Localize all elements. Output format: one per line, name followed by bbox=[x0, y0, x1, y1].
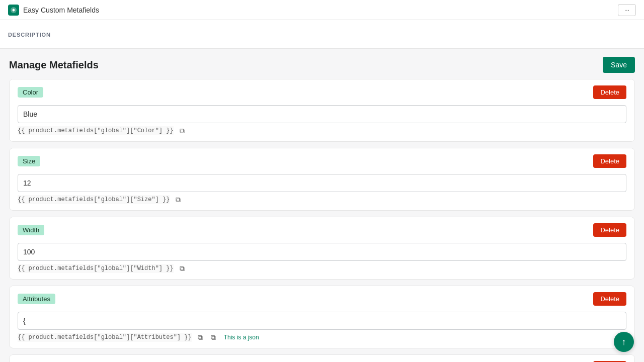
copy-icon-json[interactable]: ⧉ bbox=[209, 333, 218, 342]
field-tag: Size bbox=[18, 156, 40, 166]
field-value-input[interactable] bbox=[18, 243, 626, 261]
metafield-header: Size Delete bbox=[10, 148, 634, 174]
metafield-card: Width Delete {{ product.metafields["glob… bbox=[9, 217, 635, 280]
liquid-code: {{ product.metafields["global"]["Width"]… bbox=[18, 264, 174, 273]
metafield-header: Width Delete bbox=[10, 217, 634, 243]
liquid-row: {{ product.metafields["global"]["Size"] … bbox=[18, 195, 626, 204]
liquid-row: {{ product.metafields["global"]["Width"]… bbox=[18, 264, 626, 273]
json-note: This is a json bbox=[224, 334, 259, 341]
metafield-body: {{ product.metafields["global"]["Size"] … bbox=[10, 174, 634, 210]
description-label: DESCRIPTION bbox=[8, 32, 51, 38]
metafield-body: {{ product.metafields["global"]["Color"]… bbox=[10, 105, 634, 141]
app-icon bbox=[8, 5, 19, 16]
metafield-body: {{ product.metafields["global"]["Width"]… bbox=[10, 243, 634, 279]
copy-icon[interactable]: ⧉ bbox=[196, 333, 205, 342]
page-title: Manage Metafields bbox=[9, 59, 99, 71]
liquid-code: {{ product.metafields["global"]["Size"] … bbox=[18, 195, 170, 204]
liquid-code: {{ product.metafields["global"]["Attribu… bbox=[18, 333, 192, 342]
metafield-header: Color Delete bbox=[10, 79, 634, 105]
liquid-row: {{ product.metafields["global"]["Color"]… bbox=[18, 126, 626, 135]
copy-icon[interactable]: ⧉ bbox=[174, 195, 183, 204]
metafield-body: {{ product.metafields["global"]["Attribu… bbox=[10, 312, 634, 348]
liquid-code: {{ product.metafields["global"]["Color"]… bbox=[18, 126, 174, 135]
liquid-row: {{ product.metafields["global"]["Attribu… bbox=[18, 333, 626, 342]
delete-button[interactable]: Delete bbox=[593, 154, 626, 168]
field-tag: Color bbox=[18, 87, 43, 98]
metafield-card: Introduction Delete This is a test messa… bbox=[9, 354, 635, 362]
arrow-up-icon: ↑ bbox=[622, 337, 626, 347]
description-bar: DESCRIPTION bbox=[0, 20, 644, 49]
delete-button[interactable]: Delete bbox=[593, 85, 626, 99]
metafield-card: Attributes Delete {{ product.metafields[… bbox=[9, 286, 635, 348]
field-value-input[interactable] bbox=[18, 312, 626, 330]
app-title: Easy Custom Metafields bbox=[23, 6, 99, 14]
copy-icon[interactable]: ⧉ bbox=[178, 264, 187, 273]
top-bar-more-button[interactable]: ··· bbox=[618, 4, 636, 16]
field-value-input[interactable] bbox=[18, 174, 626, 192]
save-button[interactable]: Save bbox=[603, 57, 635, 73]
field-tag: Width bbox=[18, 225, 44, 235]
top-bar-actions: ··· bbox=[618, 4, 636, 16]
scroll-to-top-button[interactable]: ↑ bbox=[614, 332, 634, 352]
metafield-header: Attributes Delete bbox=[10, 286, 634, 312]
metafield-card: Size Delete {{ product.metafields["globa… bbox=[9, 148, 635, 211]
page-header: Manage Metafields Save bbox=[5, 49, 639, 79]
metafield-card: Color Delete {{ product.metafields["glob… bbox=[9, 79, 635, 142]
app-name-container: Easy Custom Metafields bbox=[8, 5, 99, 16]
copy-icon[interactable]: ⧉ bbox=[178, 126, 187, 135]
delete-button[interactable]: Delete bbox=[593, 292, 626, 306]
field-tag: Attributes bbox=[18, 294, 55, 304]
field-value-input[interactable] bbox=[18, 105, 626, 123]
top-bar: Easy Custom Metafields ··· bbox=[0, 0, 644, 20]
delete-button[interactable]: Delete bbox=[593, 223, 626, 237]
content-area: Color Delete {{ product.metafields["glob… bbox=[5, 79, 639, 362]
metafield-header: Introduction Delete bbox=[10, 355, 634, 362]
